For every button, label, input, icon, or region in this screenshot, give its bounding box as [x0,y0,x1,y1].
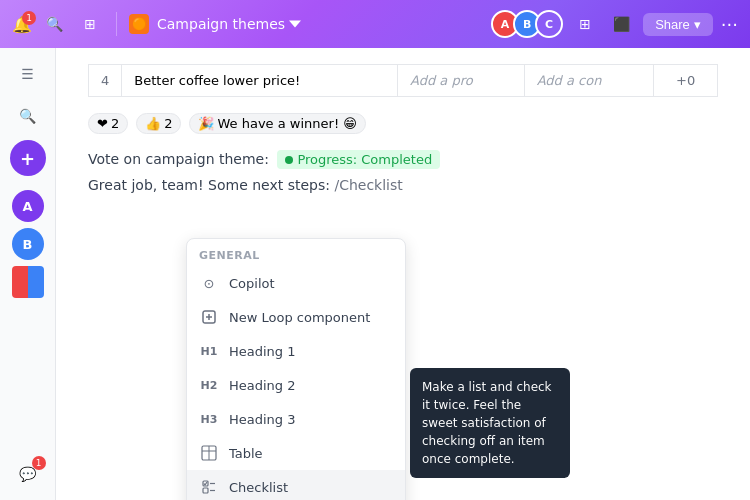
avatar-group: A B C [491,10,563,38]
table-wrapper: 4 Better coffee lower price! Add a pro A… [88,64,718,97]
publish-icon[interactable]: ⬛ [607,10,635,38]
search-icon[interactable]: 🔍 [40,10,68,38]
table-row: 4 Better coffee lower price! Add a pro A… [89,65,718,97]
sidebar-search-icon[interactable]: 🔍 [10,98,46,134]
sidebar-menu-icon[interactable]: ☰ [10,56,46,92]
main-layout: ☰ 🔍 + A B 💬 1 4 [0,48,750,500]
next-steps-text: Great job, team! Some next steps: /Check… [88,177,718,193]
dropdown-container: General ⊙ Copilot New Loop component H1 … [186,238,570,500]
checklist-icon [199,477,219,497]
table-icon [199,443,219,463]
page-title: Campaign themes [157,16,301,32]
dropdown-item-checklist[interactable]: Checklist [187,470,405,500]
reaction-party[interactable]: 🎉 We have a winner! 😁 [189,113,365,134]
progress-section: Vote on campaign theme: Progress: Comple… [88,150,718,169]
h1-icon: H1 [199,341,219,361]
reaction-heart[interactable]: ❤️ 2 [88,113,128,134]
row-number: 4 [89,65,122,97]
topbar: 🔔 1 🔍 ⊞ 🟠 Campaign themes A B C ⊞ ⬛ Shar… [0,0,750,48]
reactions-bar: ❤️ 2 👍 2 🎉 We have a winner! 😁 [88,113,718,134]
dropdown-item-heading2[interactable]: H2 Heading 2 [187,368,405,402]
topbar-left: 🔔 1 🔍 ⊞ 🟠 Campaign themes [12,10,483,38]
divider [116,12,117,36]
h2-icon: H2 [199,375,219,395]
sidebar-badge-item: 💬 1 [10,456,46,492]
row-votes: +0 [654,65,718,97]
dropdown-item-new-loop[interactable]: New Loop component [187,300,405,334]
app-icon: 🟠 [129,14,149,34]
reaction-thumbsup[interactable]: 👍 2 [136,113,181,134]
row-pro[interactable]: Add a pro [398,65,525,97]
sidebar-add-button[interactable]: + [10,140,46,176]
share-button[interactable]: Share ▾ [643,13,713,36]
progress-label: Vote on campaign theme: [88,151,269,167]
progress-badge: Progress: Completed [277,150,440,169]
dropdown-item-copilot[interactable]: ⊙ Copilot [187,266,405,300]
sidebar-user2[interactable]: B [12,228,44,260]
content-area: 4 Better coffee lower price! Add a pro A… [56,48,750,500]
left-sidebar: ☰ 🔍 + A B 💬 1 [0,48,56,500]
sidebar-user3[interactable] [12,266,44,298]
progress-dot [285,156,293,164]
more-options-icon[interactable]: ··· [721,14,738,35]
copilot-icon: ⊙ [199,273,219,293]
ideas-table: 4 Better coffee lower price! Add a pro A… [88,64,718,97]
dropdown-section-label: General [187,243,405,266]
topbar-right: A B C ⊞ ⬛ Share ▾ ··· [491,10,738,38]
row-con[interactable]: Add a con [524,65,654,97]
slash-command-dropdown: General ⊙ Copilot New Loop component H1 … [186,238,406,500]
h3-icon: H3 [199,409,219,429]
components-icon[interactable]: ⊞ [571,10,599,38]
checklist-tooltip: Make a list and check it twice. Feel the… [410,368,570,478]
slash-command[interactable]: /Checklist [334,177,402,193]
avatar-user-c[interactable]: C [535,10,563,38]
row-idea[interactable]: Better coffee lower price! [122,65,398,97]
notification-badge: 1 [22,11,36,25]
new-loop-icon [199,307,219,327]
sidebar-user1[interactable]: A [12,190,44,222]
dropdown-item-heading1[interactable]: H1 Heading 1 [187,334,405,368]
sidebar-notification-icon[interactable]: 💬 1 [10,456,46,492]
dropdown-item-heading3[interactable]: H3 Heading 3 [187,402,405,436]
svg-rect-6 [203,488,208,493]
grid-icon[interactable]: ⊞ [76,10,104,38]
dropdown-item-table[interactable]: Table [187,436,405,470]
notification-icon[interactable]: 🔔 1 [12,15,32,34]
